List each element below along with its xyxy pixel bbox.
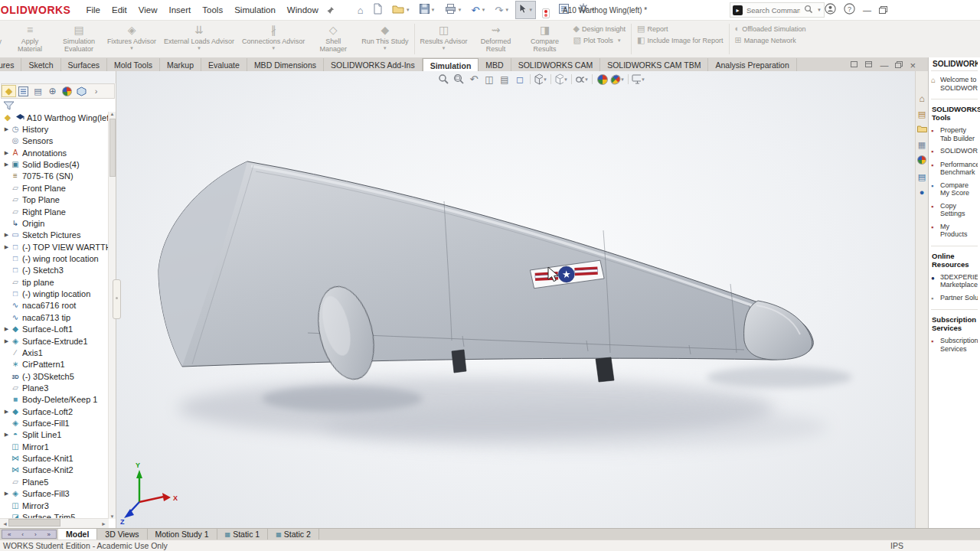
account-icon[interactable] xyxy=(825,3,836,18)
taskpane-item[interactable]: ▪Performance Benchmark Test xyxy=(931,161,978,177)
propertymanager-tab-icon[interactable]: ▤ xyxy=(31,85,45,97)
expand-tab-icon[interactable]: › xyxy=(89,85,103,97)
apply-material-button[interactable]: ≡Apply Material xyxy=(5,21,54,57)
tree-item[interactable]: ◈Surface-Fill1 xyxy=(0,417,109,429)
tab-mbd[interactable]: MBD xyxy=(479,58,511,72)
report-button[interactable]: ▤Report xyxy=(637,24,723,33)
tab-analysis-preparation[interactable]: Analysis Preparation xyxy=(708,58,796,72)
tree-item[interactable]: ▱Plane3 xyxy=(0,382,109,393)
tab-scroll-arrow[interactable]: « xyxy=(8,531,11,538)
home-button[interactable]: ⌂ xyxy=(354,1,367,19)
scrollbar-thumb[interactable] xyxy=(109,119,116,177)
tree-item[interactable]: ⋈Surface-Knit1 xyxy=(0,452,109,464)
tab-simulation[interactable]: Simulation xyxy=(423,58,479,72)
design-library-tab-icon[interactable]: ▤ xyxy=(918,109,926,119)
tree-root-item[interactable]: ◆A10 Warthog Wing(left) xyxy=(0,112,109,123)
tree-item[interactable]: ▶◓Split Line1 xyxy=(0,429,109,441)
search-input[interactable] xyxy=(745,5,802,15)
new-window-icon[interactable] xyxy=(851,60,858,70)
scrollbar-thumb[interactable] xyxy=(8,519,60,527)
tree-item[interactable]: ≡7075-T6 (SN) xyxy=(0,171,109,182)
new-study-button[interactable]: ◆Study xyxy=(0,21,5,57)
run-this-study-button[interactable]: ◆Run This Study▼ xyxy=(358,21,412,57)
tab-solidworks-cam-tbm[interactable]: SOLIDWORKS CAM TBM xyxy=(600,58,708,72)
wing-model-canvas[interactable]: ★ Y X Z xyxy=(116,71,915,528)
pin-icon[interactable] xyxy=(326,6,335,15)
tab-scroll-arrow[interactable]: ‹ xyxy=(21,531,24,538)
tree-item[interactable]: ▶▭Sketch Pictures xyxy=(0,230,109,241)
tree-item[interactable]: ▶□(-) TOP VIEW WARTTHOG xyxy=(0,241,109,253)
menu-simulation[interactable]: Simulation xyxy=(234,5,276,15)
view-settings-icon[interactable]: ▼ xyxy=(632,73,645,86)
fixtures-advisor-button[interactable]: ◈Fixtures Advisor▼ xyxy=(103,21,160,57)
tree-item[interactable]: ▶◈Surface-Fill3 xyxy=(0,488,109,500)
status-light-button[interactable] xyxy=(539,0,553,21)
new-document-button[interactable] xyxy=(370,1,386,20)
tree-item[interactable]: ∿naca6713 tip xyxy=(0,311,109,323)
close-doc-icon[interactable]: × xyxy=(910,60,916,71)
home-tab-icon[interactable]: ⌂ xyxy=(919,94,924,103)
hide-show-items-icon[interactable]: ▼ xyxy=(575,73,589,86)
tab-scroll-arrow[interactable]: › xyxy=(34,531,37,538)
undo-button[interactable]: ↶▼ xyxy=(468,1,488,19)
tab-features[interactable]: Features xyxy=(0,58,21,72)
part-tab-icon[interactable]: ◆ xyxy=(2,85,16,97)
wing-surface[interactable] xyxy=(158,161,813,367)
tab-solidworks-cam[interactable]: SOLIDWORKS CAM xyxy=(511,58,600,72)
units-indicator[interactable]: IPS xyxy=(890,541,903,550)
taskpane-item[interactable]: ▪Compare My Score xyxy=(931,181,978,197)
zoom-to-area-icon[interactable] xyxy=(452,73,466,86)
tab-mold-tools[interactable]: Mold Tools xyxy=(107,58,160,72)
include-image-button[interactable]: ◧Include Image for Report xyxy=(637,36,723,44)
tab-motion-study-1[interactable]: Motion Study 1 xyxy=(148,529,217,540)
tree-item[interactable]: □(-) wingtip location xyxy=(0,288,109,299)
file-explorer-tab-icon[interactable] xyxy=(917,125,927,134)
dynamic-annotation-icon[interactable]: ▤ xyxy=(498,73,511,86)
taskpane-item[interactable]: ▪Property Tab Builder xyxy=(931,126,978,142)
results-advisor-button[interactable]: ◫Results Advisor▼ xyxy=(416,21,472,57)
restore-doc-icon[interactable] xyxy=(895,60,903,70)
tree-item[interactable]: ◎Sensors xyxy=(0,135,109,147)
tree-item[interactable]: ▶▣Solid Bodies(4) xyxy=(0,158,109,170)
previous-view-icon[interactable]: ↶ xyxy=(467,73,481,86)
tree-item[interactable]: ↳Origin xyxy=(0,217,109,229)
section-view-icon[interactable]: ◫ xyxy=(482,73,496,86)
tree-item[interactable]: ∕Axis1 xyxy=(0,347,109,358)
save-button[interactable]: ▼ xyxy=(416,1,439,19)
sketch-visibility-icon[interactable]: ◻ xyxy=(513,73,527,86)
tree-item[interactable]: □(-) Sketch3 xyxy=(0,265,109,276)
tree-item[interactable]: 3D(-) 3DSketch5 xyxy=(0,370,109,382)
appearances-tab-icon[interactable] xyxy=(917,155,926,166)
simulation-evaluator-button[interactable]: ▤Simulation Evaluator xyxy=(54,21,103,57)
display-style-icon[interactable]: ▼ xyxy=(554,73,568,86)
tab-scroll-arrow[interactable]: » xyxy=(47,531,51,538)
taskpane-item[interactable]: ▪Subscription Services xyxy=(931,337,978,353)
design-insight-button[interactable]: ◆Design Insight xyxy=(573,24,626,33)
edit-appearance-icon[interactable] xyxy=(596,73,609,86)
redo-button[interactable]: ↷▼ xyxy=(492,1,512,19)
search-dropdown-caret[interactable]: ▼ xyxy=(817,8,822,12)
tree-item[interactable]: ⋈Surface-Knit2 xyxy=(0,465,109,476)
displaymanager-tab-icon[interactable] xyxy=(60,85,74,97)
zoom-to-fit-icon[interactable] xyxy=(436,73,450,86)
view-palette-tab-icon[interactable]: ▦ xyxy=(918,140,926,149)
featuremanager-tree-tab-icon[interactable] xyxy=(16,85,31,97)
taskpane-item[interactable]: ▪My Products xyxy=(931,223,978,239)
restore-button[interactable] xyxy=(879,3,887,17)
offloaded-simulation-button[interactable]: ◐Offloaded Simulation xyxy=(735,24,806,33)
tree-item[interactable]: ▱Right Plane xyxy=(0,206,109,217)
tree-item[interactable]: ▱Plane5 xyxy=(0,476,109,487)
help-icon[interactable]: ? xyxy=(844,3,855,18)
tab-sketch[interactable]: Sketch xyxy=(21,58,60,72)
tab-surfaces[interactable]: Surfaces xyxy=(61,58,107,72)
menu-view[interactable]: View xyxy=(139,5,158,15)
taskpane-item[interactable]: ●3DEXPERIENCE Marketplace xyxy=(931,273,978,289)
compare-results-button[interactable]: ◨Compare Results xyxy=(521,21,570,57)
shell-manager-button[interactable]: ◇Shell Manager xyxy=(309,21,358,57)
tree-item[interactable]: ∗CirPattern1 xyxy=(0,359,109,370)
menu-edit[interactable]: Edit xyxy=(112,5,127,15)
tree-item[interactable]: ∿naca6716 root xyxy=(0,300,109,311)
tree-item[interactable]: ▶◆Surface-Loft1 xyxy=(0,323,109,334)
print-button[interactable]: ▼ xyxy=(442,1,466,19)
forum-tab-icon[interactable]: ● xyxy=(920,187,925,197)
